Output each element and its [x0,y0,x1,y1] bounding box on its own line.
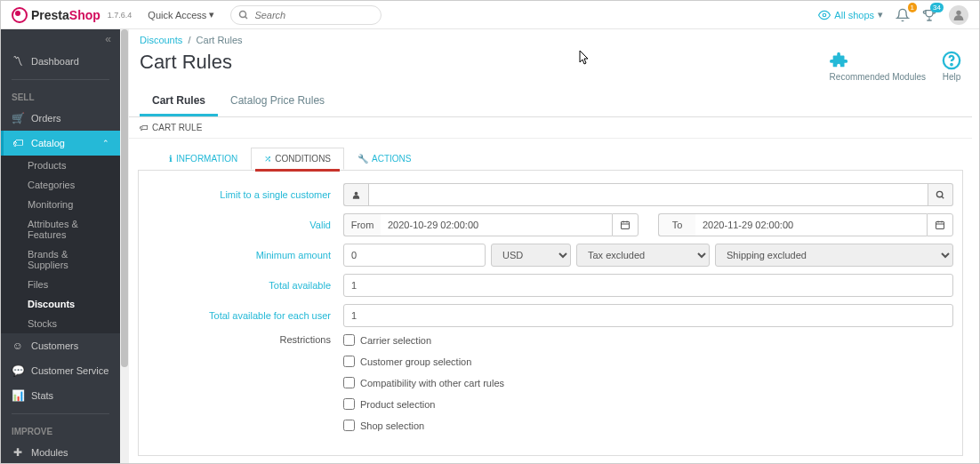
shop-selector[interactable]: All shops ▾ [818,9,883,21]
user-icon [952,8,966,22]
sidebar-item-label: Dashboard [31,56,79,67]
logo-icon [12,7,28,23]
help-button[interactable]: Help [942,51,961,82]
sidebar: « 〽 Dashboard SELL 🛒 Orders 🏷 Catalog ⌃ … [1,29,120,463]
label-from: From [343,213,381,236]
valid-to-input[interactable] [695,213,927,236]
sidebar-subitem-products[interactable]: Products [1,156,120,175]
svg-point-6 [355,191,358,195]
sidebar-item-label: Customer Service [31,365,108,376]
minimum-amount-input[interactable] [343,244,486,267]
user-icon [343,183,368,206]
sidebar-subitem-categories[interactable]: Categories [1,175,120,195]
help-label: Help [943,72,961,82]
user-icon: ☺ [12,340,24,352]
svg-rect-13 [936,222,944,229]
tab-cart-rules[interactable]: Cart Rules [140,87,218,116]
checkbox-compat[interactable] [343,377,355,388]
limit-customer-input[interactable] [368,183,928,206]
checkbox-carrier[interactable] [343,334,355,346]
tax-select[interactable]: Tax excluded [576,244,710,267]
chat-icon: 💬 [12,364,24,377]
sidebar-subitem-files[interactable]: Files [1,275,120,294]
breadcrumb: Discounts / Cart Rules [129,29,972,51]
label-valid: Valid [148,220,343,230]
search-icon [936,190,945,200]
sidebar-item-orders[interactable]: 🛒 Orders [1,106,120,131]
logo[interactable]: PrestaShop 1.7.6.4 [12,7,132,23]
inner-tab-information[interactable]: ℹ INFORMATION [156,148,251,170]
notifications-button[interactable]: 1 [896,8,910,22]
user-avatar[interactable] [949,5,968,25]
chevron-down-icon: ▾ [209,9,214,20]
label-total-per-user: Total available for each user [148,310,343,321]
search-icon [238,10,249,20]
restriction-carrier[interactable]: Carrier selection [343,334,431,346]
cart-icon: 🛒 [12,112,24,124]
divider [12,79,109,80]
inner-tab-actions[interactable]: 🔧 ACTIONS [344,148,424,170]
panel-header-label: CART RULE [152,123,202,132]
sidebar-collapse-button[interactable]: « [1,29,120,49]
sidebar-item-label: Modules [31,447,68,458]
checkbox-label: Shop selection [360,420,424,431]
restriction-group[interactable]: Customer group selection [343,356,471,367]
messages-button[interactable]: 34 [922,8,936,22]
label-total-available: Total available [148,280,343,291]
sidebar-item-customer-service[interactable]: 💬 Customer Service [1,358,120,383]
sidebar-scrollbar[interactable] [120,29,129,463]
page-title: Cart Rules [140,51,232,74]
sidebar-subitem-stocks[interactable]: Stocks [1,314,120,333]
restriction-product[interactable]: Product selection [343,398,435,410]
currency-select[interactable]: USD [491,244,571,267]
search-input[interactable] [254,10,378,20]
calendar-to-button[interactable] [927,213,953,236]
tab-catalog-price-rules[interactable]: Catalog Price Rules [218,87,337,116]
checkbox-label: Carrier selection [360,335,431,346]
calendar-from-button[interactable] [612,213,639,236]
restriction-shop[interactable]: Shop selection [343,420,424,431]
label-to: To [658,213,695,236]
label-restrictions: Restrictions [148,334,343,345]
shop-selector-label: All shops [834,10,874,20]
stats-icon: 📊 [12,389,24,402]
inner-tab-conditions[interactable]: ⤮ CONDITIONS [251,148,344,170]
sidebar-subitem-brands[interactable]: Brands & Suppliers [1,244,120,275]
checkbox-shop[interactable] [343,420,355,431]
sidebar-item-customers[interactable]: ☺ Customers [1,333,120,358]
sidebar-section-improve: IMPROVE [1,420,120,440]
checkbox-group[interactable] [343,356,355,367]
eye-icon [818,9,831,21]
svg-point-0 [240,11,246,17]
quick-access-menu[interactable]: Quick Access ▾ [148,9,214,20]
inner-tab-label: INFORMATION [176,154,237,164]
panel-header: 🏷 CART RULE [129,117,972,139]
search-bar[interactable] [230,5,382,25]
breadcrumb-current: Cart Rules [197,35,243,45]
scrollbar-thumb[interactable] [121,29,128,367]
breadcrumb-parent[interactable]: Discounts [140,35,182,45]
restriction-compat[interactable]: Compatibility with other cart rules [343,377,504,388]
sidebar-item-catalog[interactable]: 🏷 Catalog ⌃ [1,131,120,156]
sidebar-item-dashboard[interactable]: 〽 Dashboard [1,49,120,74]
checkbox-label: Compatibility with other cart rules [360,378,504,388]
info-icon: ℹ [169,154,173,164]
sidebar-subitem-attributes[interactable]: Attributes & Features [1,214,120,244]
total-available-input[interactable] [343,274,953,297]
recommended-modules-button[interactable]: Recommended Modules [830,51,926,82]
sidebar-subitem-monitoring[interactable]: Monitoring [1,195,120,214]
sidebar-item-label: Orders [31,113,61,124]
valid-from-input[interactable] [381,213,612,236]
total-per-user-input[interactable] [343,304,953,327]
divider [12,413,109,414]
sidebar-item-modules[interactable]: ✚ Modules [1,440,120,463]
wrench-icon: 🔧 [357,154,368,164]
svg-point-3 [956,10,960,14]
shipping-select[interactable]: Shipping excluded [715,244,953,267]
checkbox-label: Customer group selection [360,356,471,367]
sidebar-item-stats[interactable]: 📊 Stats [1,383,120,408]
checkbox-product[interactable] [343,398,355,410]
search-customer-button[interactable] [928,183,953,206]
svg-line-8 [942,196,944,197]
sidebar-subitem-discounts[interactable]: Discounts [1,294,120,314]
